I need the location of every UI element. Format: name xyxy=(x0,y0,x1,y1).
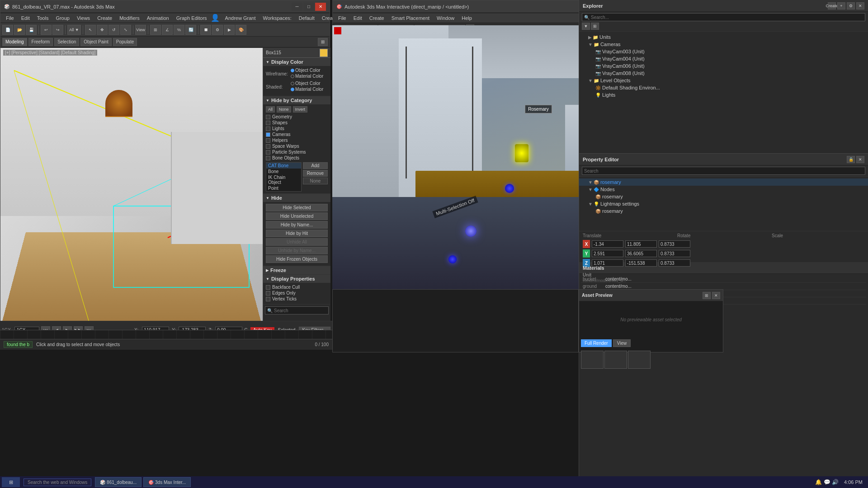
cat-bone-objects[interactable]: Bone Objects xyxy=(266,155,328,160)
minimize-btn-left[interactable]: ─ xyxy=(292,3,302,11)
thumb-3[interactable] xyxy=(628,351,651,369)
none-btn-cat[interactable]: None xyxy=(277,106,291,113)
user-name[interactable]: Andrew Grant xyxy=(222,14,259,22)
tab-modeling[interactable]: Modeling xyxy=(2,38,27,46)
tree-vray003[interactable]: 📷 VrayCam003 (Unit) xyxy=(579,48,868,55)
hide-selected-btn[interactable]: Hide Selected xyxy=(266,204,328,211)
open-btn[interactable]: 📂 xyxy=(14,25,25,35)
hide-frozen-btn[interactable]: Hide Frozen Objects xyxy=(266,255,328,263)
unhide-by-name-btn[interactable]: Unhide by Name... xyxy=(266,247,328,254)
tree-level-objects[interactable]: ▼ 📁 Level Objects xyxy=(579,77,868,84)
none-button[interactable]: None xyxy=(303,178,328,184)
right-menu-window[interactable]: Window xyxy=(433,14,458,22)
tab-populate[interactable]: Populate xyxy=(113,38,137,46)
spinner-snap-btn[interactable]: 🔄 xyxy=(185,25,196,35)
cat-lights[interactable]: Lights xyxy=(266,126,328,131)
asset-preview-close[interactable]: ✕ xyxy=(712,292,720,299)
prop-tree-rosemary-light[interactable]: 📦 rosemary xyxy=(579,207,868,215)
explorer-close-btn[interactable]: ✕ xyxy=(856,2,864,9)
scale-y-input[interactable]: 0.8733 xyxy=(659,250,690,257)
workspaces-value[interactable]: Default xyxy=(295,14,318,22)
freeze-header[interactable]: ▶ Freeze xyxy=(263,266,330,274)
explorer-create-btn[interactable]: Create xyxy=(828,2,836,9)
select-btn[interactable]: ↖ xyxy=(85,25,96,35)
taskbar-3dsmax-2[interactable]: 🎯 3ds Max Inter... xyxy=(143,477,191,487)
prop-search-input[interactable] xyxy=(584,169,863,174)
tree-default-shading[interactable]: 🔆 Default Shading Environ... xyxy=(579,84,868,91)
unhide-all-btn[interactable]: Unhide All xyxy=(266,238,328,246)
expand-btn[interactable]: ⊞ xyxy=(318,38,328,46)
bone-objects-list[interactable]: CAT Bone Bone IK Chain Object Point xyxy=(266,162,302,192)
right-menu-help[interactable]: Help xyxy=(458,14,476,22)
dp-backface-cull[interactable]: Backface Cull xyxy=(266,285,328,290)
tree-lights[interactable]: 💡 Lights xyxy=(579,91,868,99)
wireframe-object-color[interactable]: Object Color xyxy=(291,68,323,73)
explorer-search-box[interactable]: 🔍 xyxy=(582,13,865,21)
translate-y-input[interactable]: 2.591 xyxy=(592,250,623,257)
prop-lock-btn[interactable]: 🔒 xyxy=(847,156,855,163)
hide-by-hit-btn[interactable]: Hide by Hit xyxy=(266,230,328,237)
render-frame-btn[interactable]: ▶ xyxy=(224,25,235,35)
maximize-btn-left[interactable]: □ xyxy=(303,3,314,11)
view-btn[interactable]: View xyxy=(135,25,146,35)
scale-x-input[interactable]: 0.8733 xyxy=(659,240,690,248)
remove-button[interactable]: Remove xyxy=(303,170,328,177)
thumb-2[interactable] xyxy=(604,351,627,369)
right-menu-file[interactable]: File xyxy=(335,14,350,22)
start-button[interactable]: ⊞ xyxy=(2,477,20,487)
percent-snap-btn[interactable]: % xyxy=(174,25,184,35)
save-btn[interactable]: 💾 xyxy=(26,25,37,35)
hide-by-name-btn[interactable]: Hide by Name... xyxy=(266,221,328,229)
tree-vray006[interactable]: 📷 VrayCam006 (Unit) xyxy=(579,62,868,70)
snap-btn[interactable]: ⊞ xyxy=(150,25,161,35)
asset-preview-expand[interactable]: ⊞ xyxy=(703,292,711,299)
prop-close-btn[interactable]: ✕ xyxy=(856,156,864,163)
color-swatch[interactable] xyxy=(320,49,328,57)
timeline[interactable] xyxy=(0,330,332,340)
menu-tools[interactable]: Tools xyxy=(33,14,52,22)
right-menu-create[interactable]: Create xyxy=(366,14,388,22)
rotate-x-input[interactable]: 11.805 xyxy=(625,240,657,248)
cat-particle-systems[interactable]: Particle Systems xyxy=(266,150,328,155)
wireframe-material-color[interactable]: Material Color xyxy=(291,74,323,79)
search-input[interactable] xyxy=(274,308,326,313)
cat-geometry[interactable]: Geometry xyxy=(266,114,328,119)
menu-file[interactable]: File xyxy=(2,14,18,22)
cat-shapes[interactable]: Shapes xyxy=(266,120,328,125)
shaded-object-color[interactable]: Object Color xyxy=(291,81,323,86)
prop-tree-rosemary-main[interactable]: ▼ 📦 rosemary xyxy=(579,178,868,186)
cat-cameras[interactable]: Cameras xyxy=(266,132,328,137)
menu-group[interactable]: Group xyxy=(52,14,73,22)
obj-cat-bone[interactable]: CAT Bone xyxy=(266,163,301,169)
obj-ik-chain[interactable]: IK Chain Object xyxy=(266,174,301,185)
prop-search-box[interactable] xyxy=(582,167,865,175)
hide-header[interactable]: ▼ Hide xyxy=(263,194,330,202)
new-btn[interactable]: 📄 xyxy=(2,25,13,35)
hide-unselected-btn[interactable]: Hide Unselected xyxy=(266,212,328,220)
menu-edit[interactable]: Edit xyxy=(18,14,33,22)
menu-animation[interactable]: Animation xyxy=(143,14,173,22)
menu-views[interactable]: Views xyxy=(73,14,94,22)
prop-tree-lightmap[interactable]: ▼ 💡 Lightmap settings xyxy=(579,200,868,207)
taskbar-3dsmax-1[interactable]: 🎲 861_dolbeau... xyxy=(95,477,142,487)
render-btn[interactable]: 🔲 xyxy=(200,25,211,35)
invert-btn[interactable]: Invert xyxy=(293,106,308,113)
dp-vertex-ticks[interactable]: Vertex Ticks xyxy=(266,296,328,301)
prop-tree-rosemary-node[interactable]: 📦 rosemary xyxy=(579,193,868,200)
obj-bone[interactable]: Bone xyxy=(266,169,301,174)
tree-cameras[interactable]: ▼ 📁 Cameras xyxy=(579,41,868,48)
filter-btn-1[interactable]: ▼ xyxy=(582,23,590,30)
view-btn-preview[interactable]: View xyxy=(613,339,631,347)
explorer-settings-btn[interactable]: ⚙ xyxy=(847,2,855,9)
cat-helpers[interactable]: Helpers xyxy=(266,138,328,143)
move-btn[interactable]: ✥ xyxy=(97,25,108,35)
search-box[interactable]: 🔍 xyxy=(265,306,329,314)
selection-filter[interactable]: All ▼ xyxy=(67,25,81,35)
explorer-search-input[interactable] xyxy=(591,15,863,20)
tree-vray008[interactable]: 📷 VrayCam008 (Unit) xyxy=(579,70,868,77)
cat-space-warps[interactable]: Space Warps xyxy=(266,144,328,149)
rotate-y-input[interactable]: 36.6065 xyxy=(625,250,657,257)
add-button[interactable]: Add xyxy=(303,162,328,169)
explorer-expand-btn[interactable]: + xyxy=(837,2,845,9)
taskbar-search[interactable]: Search the web and Windows xyxy=(24,479,91,486)
